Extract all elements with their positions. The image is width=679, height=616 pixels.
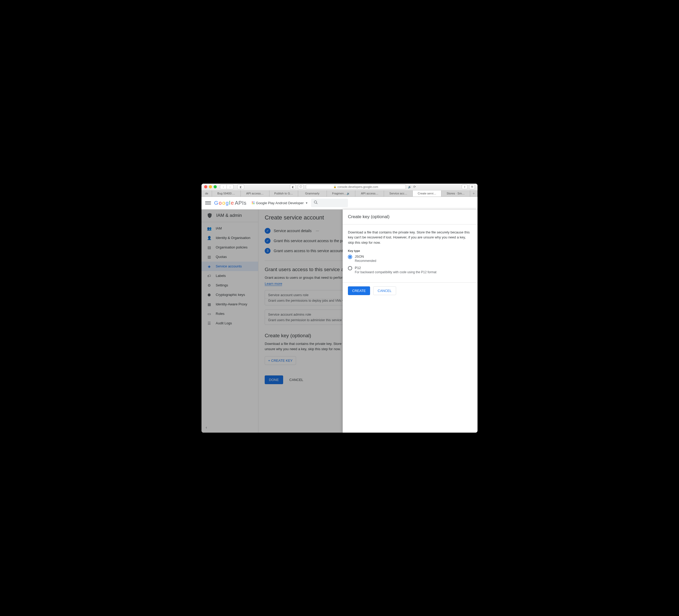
browser-tabs: de Bug 59400:… API access… Publish to G…… [201,190,478,197]
browser-tab[interactable]: Fragmen… 🔊 [327,190,356,196]
url-text: console.developers.google.com [337,185,378,188]
browser-tab[interactable]: API access… [355,190,384,196]
refresh-icon[interactable]: ⟳ [413,185,416,189]
svg-line-1 [316,203,317,204]
browser-tab[interactable]: Publish to G… [269,190,298,196]
drawer-create-button[interactable]: CREATE [348,286,370,295]
window-titlebar: ‹ › ◧ ◐ ⓘ 🔒 console.developers.google.co… [201,184,478,190]
tab-sound-icon: 🔊 [347,192,350,195]
radio-sublabel: For backward compatibility with code usi… [355,270,437,274]
close-window-icon[interactable] [204,185,207,188]
lock-icon: 🔒 [333,185,336,188]
tabs-overview-icon[interactable]: ⧉ [469,184,475,189]
share-icon[interactable]: ⇪ [462,184,467,189]
extension-icon[interactable]: ◐ [290,184,296,189]
info-icon[interactable]: ⓘ [298,184,304,189]
project-selector[interactable]: Google Play Android Developer ▼ [252,201,308,205]
radio-sublabel: Recommended [355,259,376,263]
radio-json[interactable]: JSON Recommended [348,254,472,263]
browser-tab[interactable]: Bug 59400:… [212,190,241,196]
browser-tab[interactable]: de [201,190,212,196]
radio-p12[interactable]: P12 For backward compatibility with code… [348,266,472,274]
app-header: Google APIs Google Play Android Develope… [201,197,478,210]
maximize-window-icon[interactable] [214,185,217,188]
search-input[interactable] [311,199,348,207]
google-apis-logo: Google APIs [214,200,247,206]
search-icon [314,200,318,206]
sound-icon[interactable]: 🔊 [408,185,411,188]
radio-icon [348,266,352,270]
radio-label: JSON [355,254,376,258]
radio-icon [348,255,352,259]
sidebar-toggle-icon[interactable]: ◧ [237,184,244,189]
forward-button[interactable]: › [227,184,234,189]
svg-point-0 [314,201,317,203]
back-button[interactable]: ‹ [220,184,227,189]
browser-tab-active[interactable]: Create servi… [413,190,442,196]
radio-label: P12 [355,266,437,270]
keytype-label: Key type [348,249,472,252]
chevron-down-icon: ▼ [305,202,308,205]
browser-tab[interactable]: API access… [241,190,269,196]
new-tab-button[interactable]: + [470,190,478,196]
tab-label: Fragmen… [332,192,347,195]
browser-tab[interactable]: Stores · Sm… [442,190,470,196]
drawer-title: Create key (optional) [348,214,472,219]
project-dots-icon [252,202,254,204]
create-key-drawer: Create key (optional) Download a file th… [343,210,478,433]
browser-tab[interactable]: Service acc… [384,190,413,196]
project-name: Google Play Android Developer [256,201,304,205]
drawer-description: Download a file that contains the privat… [348,230,472,245]
menu-icon[interactable] [205,200,211,206]
address-bar[interactable]: 🔒 console.developers.google.com [306,184,406,189]
minimize-window-icon[interactable] [209,185,212,188]
browser-tab[interactable]: Grammarly [298,190,327,196]
drawer-cancel-button[interactable]: CANCEL [373,286,396,295]
